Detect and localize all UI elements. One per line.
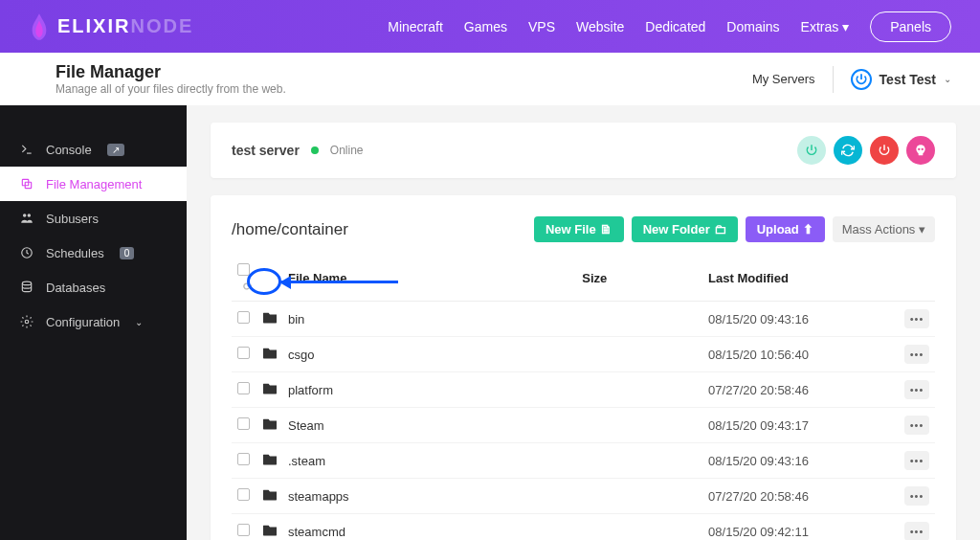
server-status-bar: test server Online (211, 123, 956, 178)
new-file-button[interactable]: New File 🗎 (534, 216, 624, 242)
row-menu-button[interactable]: ••• (904, 486, 929, 506)
folder-icon (263, 454, 277, 465)
server-name: test server (232, 143, 300, 158)
file-modified: 07/27/20 20:58:46 (702, 372, 899, 408)
sidebar-item-subusers[interactable]: Subusers (0, 201, 187, 236)
flame-icon (29, 13, 50, 40)
col-name[interactable]: File Name (282, 256, 576, 302)
power-user-icon (851, 69, 872, 90)
file-name[interactable]: platform (282, 372, 576, 408)
badge: ↗ (107, 144, 124, 156)
row-menu-button[interactable]: ••• (904, 309, 929, 328)
svg-point-7 (22, 281, 31, 285)
terminal-icon (19, 142, 34, 157)
page-title: File Manager (56, 62, 286, 82)
row-checkbox[interactable] (237, 524, 250, 536)
row-checkbox[interactable] (237, 347, 250, 359)
row-checkbox[interactable] (237, 311, 250, 324)
sidebar-item-file-management[interactable]: File Management (0, 167, 187, 201)
sidebar-item-configuration[interactable]: Configuration⌄ (0, 304, 187, 339)
start-button[interactable] (797, 136, 826, 165)
chevron-down-icon: ▾ (842, 19, 849, 34)
sidebar-item-label: Configuration (46, 315, 120, 329)
col-size[interactable]: Size (576, 256, 702, 302)
sidebar-item-label: Console (46, 143, 92, 157)
nav-minecraft[interactable]: Minecraft (388, 19, 443, 34)
brand-text-1: ELIXIR (57, 15, 130, 36)
svg-rect-12 (919, 152, 924, 155)
file-modified: 08/15/20 09:43:16 (702, 443, 899, 479)
nav-website[interactable]: Website (576, 19, 624, 34)
file-modified: 08/15/20 10:56:40 (702, 337, 899, 372)
row-menu-button[interactable]: ••• (904, 416, 929, 435)
database-icon (19, 280, 34, 295)
user-name: Test Test (880, 72, 936, 87)
table-row[interactable]: steamapps07/27/20 20:58:46••• (232, 479, 935, 514)
row-menu-button[interactable]: ••• (904, 522, 929, 540)
breadcrumb[interactable]: /home/container (232, 220, 348, 239)
folder-icon (263, 489, 277, 501)
nav-vps[interactable]: VPS (528, 19, 555, 34)
top-navbar: ELIXIRNODE Minecraft Games VPS Website D… (0, 0, 980, 53)
sidebar-item-label: Subusers (46, 212, 99, 226)
table-row[interactable]: csgo08/15/20 10:56:40••• (232, 337, 935, 372)
folder-icon (263, 525, 277, 536)
mass-actions-dropdown[interactable]: Mass Actions ▾ (833, 216, 935, 242)
table-row[interactable]: bin08/15/20 09:43:16••• (232, 302, 935, 337)
sidebar-item-console[interactable]: Console↗ (0, 132, 187, 167)
folder-icon (263, 312, 277, 324)
file-name[interactable]: csgo (282, 337, 576, 372)
nav-extras[interactable]: Extras ▾ (801, 19, 850, 34)
svg-point-4 (23, 214, 27, 217)
status-text: Online (330, 144, 364, 157)
file-name[interactable]: .steam (282, 443, 576, 479)
user-menu[interactable]: Test Test ⌄ (851, 69, 951, 90)
page-subtitle: Manage all of your files directly from t… (56, 82, 286, 96)
refresh-icon[interactable]: ⟳ (243, 281, 252, 292)
file-table: ⟳ File Name Size Last Modified bin08/15/… (232, 256, 935, 540)
copy-icon (19, 176, 34, 191)
row-checkbox[interactable] (237, 417, 250, 430)
file-name[interactable]: steamcmd (282, 514, 576, 541)
table-row[interactable]: platform07/27/20 20:58:46••• (232, 372, 935, 408)
nav-games[interactable]: Games (464, 19, 507, 34)
my-servers-link[interactable]: My Servers (752, 72, 815, 86)
col-modified[interactable]: Last Modified (702, 256, 899, 302)
table-row[interactable]: Steam08/15/20 09:43:17••• (232, 408, 935, 443)
file-size (576, 443, 702, 479)
brand-logo[interactable]: ELIXIRNODE (29, 13, 193, 40)
table-row[interactable]: .steam08/15/20 09:43:16••• (232, 443, 935, 479)
file-size (576, 408, 702, 443)
file-modified: 08/15/20 09:43:16 (702, 302, 899, 337)
kill-button[interactable] (906, 136, 935, 165)
file-modified: 07/27/20 20:58:46 (702, 479, 899, 514)
row-checkbox[interactable] (237, 488, 250, 501)
folder-icon (263, 348, 277, 359)
upload-button[interactable]: Upload ⬆ (746, 216, 825, 242)
nav-domains[interactable]: Domains (726, 19, 779, 34)
stop-button[interactable] (870, 136, 899, 165)
file-name[interactable]: Steam (282, 408, 576, 443)
row-checkbox[interactable] (237, 382, 250, 394)
upload-icon: ⬆ (803, 222, 813, 236)
sidebar-item-databases[interactable]: Databases (0, 270, 187, 304)
row-checkbox[interactable] (237, 453, 250, 465)
nav-dedicated[interactable]: Dedicated (645, 19, 705, 34)
row-menu-button[interactable]: ••• (904, 345, 929, 364)
row-menu-button[interactable]: ••• (904, 451, 929, 470)
select-all-checkbox[interactable] (237, 263, 250, 276)
restart-button[interactable] (834, 136, 862, 165)
file-name[interactable]: steamapps (282, 479, 576, 514)
badge: 0 (120, 247, 135, 259)
file-size (576, 372, 702, 408)
new-folder-button[interactable]: New Folder 🗀 (632, 216, 738, 242)
table-row[interactable]: steamcmd08/15/20 09:42:11••• (232, 514, 935, 541)
file-size (576, 514, 702, 541)
status-indicator-icon (311, 146, 319, 154)
row-menu-button[interactable]: ••• (904, 380, 929, 399)
sidebar-item-schedules[interactable]: Schedules0 (0, 236, 187, 270)
file-name[interactable]: bin (282, 302, 576, 337)
panels-button[interactable]: Panels (870, 11, 951, 42)
folder-icon (263, 418, 277, 430)
sidebar: Console↗File ManagementSubusersSchedules… (0, 105, 187, 540)
